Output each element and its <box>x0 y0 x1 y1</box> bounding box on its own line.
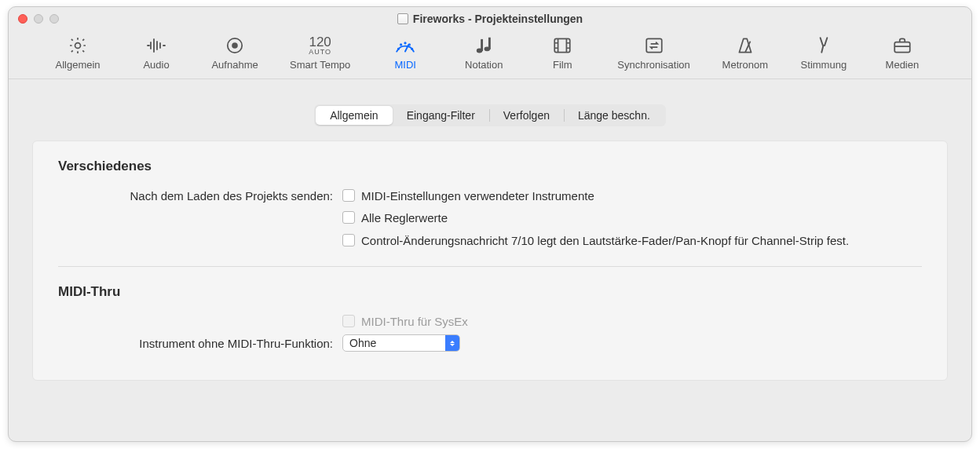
gear-icon <box>65 35 90 56</box>
toolbar-tab-midi[interactable]: MIDI <box>377 34 433 72</box>
send-after-load-row: Nach dem Laden des Projekts senden: MIDI… <box>58 188 922 249</box>
gauge-icon <box>393 35 418 56</box>
midi-subtabs: Allgemein Eingang-Filter Verfolgen Länge… <box>314 104 666 126</box>
checkbox-icon <box>342 315 355 327</box>
toolbar-tab-audio[interactable]: Audio <box>128 34 185 72</box>
subtab-laenge-beschn[interactable]: Länge beschn. <box>564 106 664 125</box>
check-label: MIDI-Thru für SysEx <box>361 314 468 330</box>
section-misc-title: Verschiedenes <box>58 159 922 174</box>
svg-point-2 <box>232 42 238 49</box>
toolbar-label: Smart Tempo <box>290 59 350 71</box>
svg-point-7 <box>411 49 412 49</box>
svg-rect-14 <box>894 42 910 53</box>
thru-sysex-row: MIDI-Thru für SysEx <box>58 314 922 330</box>
check-all-controller-values[interactable]: Alle Reglerwerte <box>342 210 922 226</box>
svg-point-6 <box>409 44 410 45</box>
check-midi-settings-used-instruments[interactable]: MIDI-Einstellungen verwendeter Instrumen… <box>342 188 922 204</box>
toolbar-label: Audio <box>143 59 169 71</box>
svg-point-5 <box>405 42 406 43</box>
toolbar-tab-record[interactable]: Aufnahme <box>207 34 263 72</box>
film-icon <box>550 35 575 56</box>
check-midi-thru-sysex: MIDI-Thru für SysEx <box>342 314 922 330</box>
toolbar-tab-notation[interactable]: Notation <box>455 34 512 72</box>
content-area: Allgemein Eingang-Filter Verfolgen Länge… <box>9 79 971 441</box>
toolbar-label: MIDI <box>394 59 415 71</box>
toolbar-label: Notation <box>465 59 503 71</box>
toolbar-tab-film[interactable]: Film <box>534 34 591 72</box>
section-thru-title: MIDI-Thru <box>58 284 922 300</box>
thru-instrument-label: Instrument ohne MIDI-Thru-Funktion: <box>58 336 333 350</box>
select-stepper-icon <box>445 335 459 351</box>
settings-toolbar: Allgemein Audio Aufnahme 120 AUTO <box>9 31 971 79</box>
briefcase-icon <box>890 35 915 56</box>
check-label: Alle Reglerwerte <box>361 210 448 226</box>
settings-window: Fireworks - Projekteinstellungen Allgeme… <box>8 6 972 442</box>
checkbox-icon <box>342 234 355 246</box>
tempo-icon: 120 AUTO <box>308 35 333 56</box>
check-label: Control-Änderungsnachricht 7/10 legt den… <box>361 233 849 249</box>
svg-rect-13 <box>646 38 662 52</box>
window-title-text: Fireworks - Projekteinstellungen <box>413 13 583 25</box>
check-cc-7-10-volume-pan[interactable]: Control-Änderungsnachricht 7/10 legt den… <box>342 233 922 249</box>
toolbar-label: Stimmung <box>801 59 847 71</box>
toolbar-tab-sync[interactable]: Synchronisation <box>612 34 695 72</box>
record-icon <box>222 35 247 56</box>
subtab-allgemein[interactable]: Allgemein <box>316 106 392 125</box>
toolbar-label: Metronom <box>722 59 769 71</box>
toolbar-tab-metronome[interactable]: Metronom <box>717 34 773 72</box>
svg-rect-12 <box>555 38 571 52</box>
toolbar-label: Medien <box>886 59 920 71</box>
toolbar-tab-smarttempo[interactable]: 120 AUTO Smart Tempo <box>285 34 355 72</box>
svg-point-0 <box>75 43 81 49</box>
sync-icon <box>642 35 667 56</box>
send-after-load-label: Nach dem Laden des Projekts senden: <box>58 188 333 203</box>
svg-rect-9 <box>481 39 483 50</box>
svg-rect-11 <box>489 38 491 49</box>
toolbar-label: Aufnahme <box>211 59 258 71</box>
tempo-value: 120 <box>309 35 331 49</box>
titlebar: Fireworks - Projekteinstellungen <box>9 7 971 31</box>
toolbar-label: Allgemein <box>55 59 100 71</box>
checkbox-icon <box>342 189 355 202</box>
tempo-auto: AUTO <box>309 49 331 56</box>
toolbar-tab-media[interactable]: Medien <box>874 34 931 72</box>
window-title: Fireworks - Projekteinstellungen <box>9 13 971 25</box>
instrument-without-thru-select[interactable]: Ohne <box>342 334 460 352</box>
document-proxy-icon[interactable] <box>397 13 408 24</box>
waveform-icon <box>144 35 169 56</box>
checkbox-icon <box>342 211 355 224</box>
toolbar-tab-tuning[interactable]: Stimmung <box>795 34 852 72</box>
svg-point-4 <box>400 44 401 45</box>
select-value: Ohne <box>349 337 376 349</box>
notes-icon <box>471 35 496 56</box>
subtab-verfolgen[interactable]: Verfolgen <box>489 106 564 125</box>
svg-point-3 <box>398 49 399 49</box>
subtab-eingang-filter[interactable]: Eingang-Filter <box>393 106 489 125</box>
section-divider <box>58 266 922 267</box>
tuningfork-icon <box>811 35 836 56</box>
metronome-icon <box>733 35 758 56</box>
toolbar-label: Film <box>553 59 572 71</box>
thru-instrument-row: Instrument ohne MIDI-Thru-Funktion: Ohne <box>58 334 922 352</box>
midi-allgemein-panel: Verschiedenes Nach dem Laden des Projekt… <box>32 141 948 381</box>
check-label: MIDI-Einstellungen verwendeter Instrumen… <box>361 188 594 204</box>
toolbar-label: Synchronisation <box>617 59 690 71</box>
toolbar-tab-general[interactable]: Allgemein <box>49 34 106 72</box>
